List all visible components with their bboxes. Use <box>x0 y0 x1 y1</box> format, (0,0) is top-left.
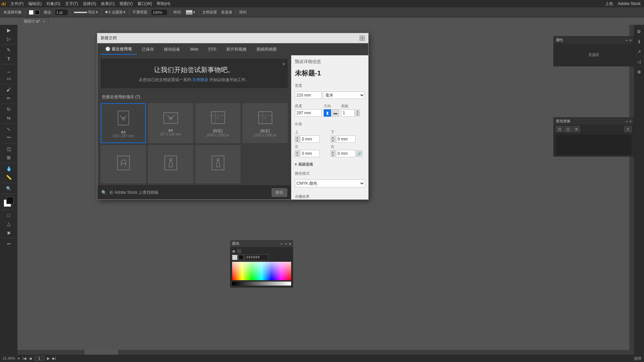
right-settings-icon[interactable]: ⚙ <box>635 27 643 36</box>
color-swatch-foreground[interactable] <box>238 255 244 260</box>
bleed-link-icon[interactable]: 🔗 <box>356 150 362 157</box>
landscape-btn[interactable]: ▬ <box>332 109 339 117</box>
color-cube-icon[interactable]: ⬛ <box>237 249 241 253</box>
scrollbar-vertical[interactable] <box>629 25 634 355</box>
text-tool[interactable]: T <box>4 55 13 63</box>
paintbrush-tool[interactable]: 🖌 <box>4 85 13 94</box>
tab-mobile[interactable]: 移动设备 <box>159 45 185 54</box>
properties-minimize-btn[interactable]: ─ <box>626 38 628 42</box>
eyedropper-tool[interactable]: 💧 <box>4 165 13 173</box>
right-plugin-icon[interactable]: ⊕ <box>635 68 643 76</box>
dialog-close-btn[interactable]: × <box>360 36 365 41</box>
stroke-box[interactable] <box>28 9 41 15</box>
menu-extra[interactable]: 上色 <box>603 0 615 7</box>
arrange-btn[interactable]: 排列 <box>238 9 248 15</box>
right-info-icon[interactable]: ℹ <box>635 38 643 46</box>
find-minimize-btn[interactable]: ─ <box>626 119 628 123</box>
color-panel-menu[interactable]: ≡ <box>289 242 291 246</box>
menu-edit[interactable]: 编辑(E) <box>26 0 44 7</box>
nav-next[interactable]: ▶ <box>47 356 50 361</box>
direct-select-tool[interactable]: ▷ <box>4 35 13 43</box>
right-arrow-icon[interactable]: ↗ <box>635 48 643 56</box>
mesh-tool[interactable]: ⊞ <box>4 154 13 162</box>
zoom-dropdown[interactable]: ▾ <box>18 356 20 361</box>
recent-item-2[interactable]: × [自定] 1500 x 1000 px <box>195 103 240 143</box>
zoom-level[interactable]: 21.46% <box>3 356 15 360</box>
right-collapse-icon[interactable]: ◁ <box>635 58 643 66</box>
recent-item-3[interactable]: × [自定] 1200 x 1000 px <box>243 103 288 143</box>
tab-recent[interactable]: 🕐 最近使用项 <box>101 44 137 55</box>
var-dd[interactable]: ▾ <box>96 10 98 14</box>
tab-art[interactable]: 图稿和插图 <box>252 45 281 54</box>
select-tool[interactable]: ▶ <box>4 26 13 34</box>
recent-item-4[interactable] <box>101 145 146 184</box>
bleed-left-down[interactable]: ▾ <box>295 154 300 157</box>
bleed-top-input[interactable] <box>300 135 320 143</box>
find-btn1[interactable]: ⊡ <box>556 126 563 132</box>
recent-item-1[interactable]: A4 297 x 210 mm <box>148 103 193 143</box>
find-menu-btn[interactable]: ≡ <box>624 126 632 132</box>
reflect-tool[interactable]: ⇆ <box>4 114 13 122</box>
recent-item-0[interactable]: A4 210 x 297 mm <box>101 103 146 143</box>
rect-tool[interactable]: ▭ <box>4 74 13 82</box>
page-input[interactable] <box>34 356 44 361</box>
doc-settings-btn[interactable]: 文档设置 <box>201 9 218 15</box>
scrollbar-horizontal[interactable] <box>17 350 634 355</box>
bleed-bottom-down[interactable]: ▾ <box>331 139 335 142</box>
properties-close-btn[interactable]: × <box>630 38 632 42</box>
artboard-down-btn[interactable]: ▾ <box>355 113 360 116</box>
zoom-tool[interactable]: 🔍 <box>4 184 13 192</box>
bleed-bottom-up[interactable]: ▴ <box>331 136 335 139</box>
scale-tool[interactable]: ⤡ <box>4 125 13 133</box>
color-lightness-bar[interactable] <box>232 282 291 286</box>
color-mode-select[interactable]: CMYK 颜色 RGB 颜色 <box>295 179 365 187</box>
bleed-right-up[interactable]: ▴ <box>331 150 335 154</box>
menu-view[interactable]: 视图(V) <box>117 0 135 7</box>
menu-window[interactable]: 窗口(W) <box>136 0 154 7</box>
tab-film[interactable]: 胶片和视频 <box>222 45 251 54</box>
nav-first[interactable]: |◀ <box>22 356 26 361</box>
menu-help[interactable]: 帮助(H) <box>155 0 172 7</box>
normal-mode[interactable]: □ <box>4 211 13 219</box>
change-screen[interactable]: ▣ <box>4 229 13 237</box>
pencil-tool[interactable]: ✏ <box>4 94 13 102</box>
bleed-right-input[interactable] <box>336 150 356 157</box>
artboard-up-btn[interactable]: ▴ <box>355 110 360 113</box>
warp-tool[interactable]: 〜 <box>4 134 13 142</box>
color-swatch-background[interactable] <box>232 255 237 260</box>
color-boxes[interactable] <box>4 197 14 207</box>
tab-print[interactable]: 打印 <box>204 45 221 54</box>
menu-effect[interactable]: 效果(C) <box>99 0 117 7</box>
pen-tool[interactable]: ✎ <box>4 46 13 54</box>
menu-adobe-stock[interactable]: Adobe Stock <box>616 1 643 7</box>
rotate-tool[interactable]: ↻ <box>4 105 13 113</box>
menu-object[interactable]: 对象(O) <box>44 0 62 7</box>
brush-select[interactable]: ✱ 5 点圆形 ▾ <box>104 9 127 15</box>
bleed-top-up[interactable]: ▴ <box>295 136 300 139</box>
bleed-top-down[interactable]: ▾ <box>295 139 300 142</box>
color-gradient-picker[interactable] <box>232 262 291 280</box>
menu-select[interactable]: 选择(S) <box>81 0 98 7</box>
more-tools[interactable]: ••• <box>4 240 13 248</box>
recent-item-6[interactable] <box>195 145 240 184</box>
tab-web[interactable]: Web <box>185 45 203 54</box>
doc-tab-main[interactable]: 报设计.ai* × <box>20 17 49 25</box>
bleed-left-input[interactable] <box>300 150 320 157</box>
variable-width[interactable]: 等比 ▾ <box>72 9 99 15</box>
nav-last[interactable]: ▶| <box>52 356 56 361</box>
artboard-input[interactable] <box>341 109 355 117</box>
portrait-btn[interactable]: ▮ <box>324 109 331 117</box>
welcome-link[interactable]: 文档预设 <box>192 77 208 82</box>
tab-saved[interactable]: 已保存 <box>137 45 159 54</box>
height-input[interactable] <box>295 109 322 117</box>
width-input[interactable] <box>295 92 322 99</box>
welcome-close-btn[interactable]: × <box>282 61 285 67</box>
menu-file[interactable]: 文件(F) <box>8 0 25 7</box>
advanced-section-header[interactable]: ▾ 高级选项 <box>295 162 365 167</box>
find-close-btn[interactable]: × <box>630 119 632 123</box>
goto-button[interactable]: 前往 <box>272 188 287 197</box>
unit-select[interactable]: 毫米 像素 厘米 英寸 <box>323 92 365 99</box>
bleed-left-up[interactable]: ▴ <box>295 150 300 154</box>
opacity-input[interactable] <box>151 9 168 16</box>
style-box[interactable]: ▾ <box>184 9 197 15</box>
